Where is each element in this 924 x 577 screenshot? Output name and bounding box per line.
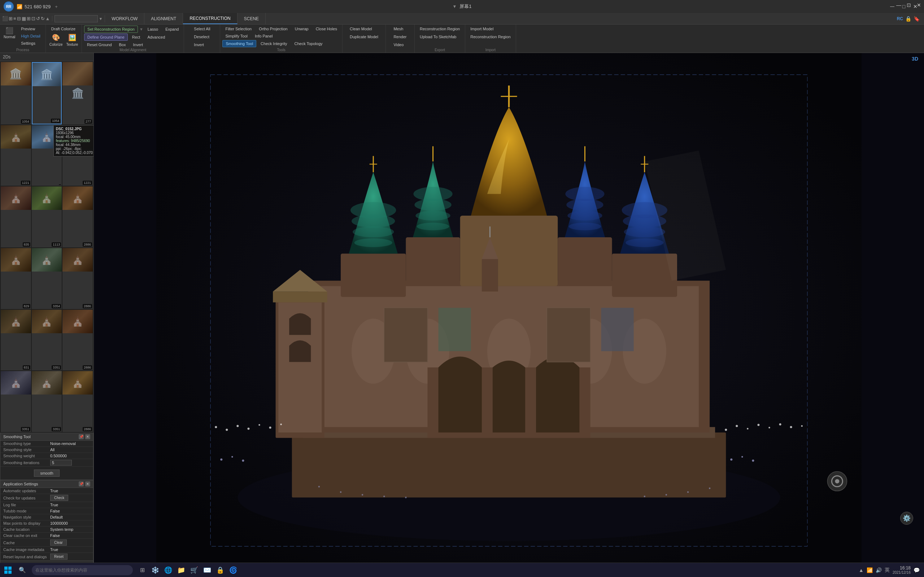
list-item[interactable]: ⛪ 2886 <box>63 248 93 309</box>
tab-workflow[interactable]: WORKFLOW <box>105 13 144 24</box>
define-ground-button[interactable]: Define Ground Plane <box>84 34 128 41</box>
duplicate-model-button[interactable]: Duplicate Model <box>347 34 381 40</box>
texture-button[interactable]: Texture <box>65 42 79 47</box>
list-item[interactable]: ⛪ 3351 <box>32 371 62 432</box>
rect-button[interactable]: Rect <box>129 34 143 40</box>
taskbar-icon-apps7[interactable]: 🌀 <box>228 564 239 576</box>
maximize-button[interactable]: ⊡ <box>904 0 914 10</box>
taskbar-icon-apps6[interactable]: 🔒 <box>215 564 226 576</box>
list-item[interactable]: ⛪ 831 <box>1 310 31 371</box>
unwrap-button[interactable]: Unwrap <box>292 26 312 32</box>
toolbar-icon-1[interactable]: ⬛ <box>2 16 8 21</box>
check-topology-button[interactable]: Check Topology <box>291 40 325 47</box>
toolbar-search-arrow[interactable]: ▼ <box>99 16 102 21</box>
list-item[interactable]: ⛪ 829 <box>1 248 31 309</box>
list-item[interactable]: ⛪ 2886 <box>63 310 93 371</box>
list-item[interactable]: ⛪ 2886 <box>63 187 93 247</box>
taskbar-search-input[interactable] <box>32 565 133 575</box>
high-detail-button[interactable]: High Detail <box>18 33 43 39</box>
smooth-button[interactable]: smooth <box>34 469 59 477</box>
colorize-button[interactable]: Colorize <box>48 42 64 47</box>
list-item[interactable]: ⛪ DSC_0152.JPG 1936x1296 focal: 45.00mm … <box>32 125 62 186</box>
render-button[interactable]: Render <box>391 34 409 40</box>
clear-button[interactable]: Clear <box>50 540 67 546</box>
network-icon[interactable]: 📶 <box>867 567 873 573</box>
list-item[interactable]: ⛪ 2886 <box>63 371 93 432</box>
toolbar-icon-2[interactable]: ⊞ <box>9 16 13 21</box>
dropdown-arrow-recon[interactable]: ▼ <box>139 27 143 31</box>
toolbar-icon-7[interactable]: ⊡ <box>31 16 36 21</box>
filter-selection-button[interactable]: Filter Selection <box>222 26 254 32</box>
input-method-icon[interactable]: 英 <box>885 567 890 574</box>
expand-button[interactable]: Expand <box>162 26 181 32</box>
tab-alignment[interactable]: ALIGNMENT <box>144 13 183 24</box>
lasso-button[interactable]: Lasso <box>145 26 161 32</box>
upload-sketchfab-button[interactable]: Upload To Sketchfab <box>417 34 459 40</box>
deselect-button[interactable]: Deselect <box>191 34 212 40</box>
toolbar-icon-6[interactable]: ⊞ <box>27 16 31 21</box>
reconstruction-region-export-button[interactable]: Reconstruction Region <box>417 26 463 32</box>
app-settings-close-button[interactable]: ✕ <box>85 482 90 487</box>
draft-colorize-button[interactable]: Draft Colorize <box>48 26 78 32</box>
lock-icon[interactable]: 🔒 <box>905 16 911 22</box>
search-taskbar-icon[interactable]: 🔍 <box>16 564 28 576</box>
box-button[interactable]: Box <box>116 42 129 48</box>
tray-show-hidden-icon[interactable]: ▲ <box>859 567 864 573</box>
settings-button[interactable]: Settings <box>18 40 38 47</box>
3d-viewport[interactable]: 3D <box>94 53 924 568</box>
toolbar-icon-8[interactable]: ↺ <box>36 16 40 21</box>
toolbar-search-input[interactable] <box>55 15 98 23</box>
simplify-tool-button[interactable]: Simplify Tool <box>222 33 250 39</box>
bookmark-icon[interactable]: 🔖 <box>914 16 920 22</box>
tab-scene[interactable]: SCENE <box>237 13 266 24</box>
advanced-button[interactable]: Advanced <box>144 34 168 40</box>
taskbar-icon-apps3[interactable]: 📁 <box>175 564 187 576</box>
reset-button[interactable]: Reset <box>50 554 68 560</box>
list-item[interactable]: ⛪ 835 <box>1 187 31 247</box>
set-reconstruction-button[interactable]: Set Reconstruction Region <box>84 26 138 33</box>
panel-pin-button[interactable]: 📌 <box>79 434 84 439</box>
list-item[interactable]: ⛪ 1221 <box>63 125 93 186</box>
toolbar-icon-9[interactable]: ↻ <box>41 16 45 21</box>
ortho-projection-button[interactable]: Ortho Projection <box>256 26 290 32</box>
taskbar-icon-apps4[interactable]: 🛒 <box>188 564 200 576</box>
mesh-button[interactable]: Mesh <box>391 26 406 32</box>
normal-button[interactable]: ⬛ Normal <box>2 26 16 40</box>
list-item[interactable]: ⛪ 3351 <box>32 310 62 371</box>
list-item[interactable]: ⛪ 3354 <box>32 248 62 309</box>
clean-model-button[interactable]: Clean Model <box>347 26 375 32</box>
smoothing-iterations-input[interactable] <box>50 460 72 466</box>
select-all-button[interactable]: Select All <box>191 26 213 32</box>
info-panel-button[interactable]: Info Panel <box>252 33 276 39</box>
close-holes-button[interactable]: Close Holes <box>313 26 340 32</box>
toolbar-icon-4[interactable]: ⊟ <box>17 16 21 21</box>
taskbar-icon-apps5[interactable]: ✉️ <box>201 564 213 576</box>
check-updates-button[interactable]: Check <box>50 495 68 501</box>
reconstruction-region-import-button[interactable]: Reconstruction Region <box>467 34 513 40</box>
toolbar-icon-5[interactable]: ▦ <box>22 16 26 21</box>
preview-button[interactable]: Preview <box>18 26 38 32</box>
check-integrity-button[interactable]: Check Integrity <box>258 40 290 47</box>
toolbar-icon-3[interactable]: ≡ <box>13 16 16 21</box>
list-item[interactable]: ⛪ 1113 <box>32 187 62 247</box>
list-item[interactable]: ⛪ 1221 <box>1 125 31 186</box>
list-item[interactable]: 🏛️ 1054 <box>32 62 62 124</box>
video-button[interactable]: Video <box>391 42 406 48</box>
taskbar-icon-apps1[interactable]: ❄️ <box>149 564 161 576</box>
start-button[interactable] <box>0 563 16 577</box>
taskbar-icon-apps2[interactable]: 🌐 <box>162 564 174 576</box>
minimize-button[interactable]: — <box>894 0 904 10</box>
task-view-icon[interactable]: ⊞ <box>136 564 148 576</box>
new-tab-button[interactable]: + <box>55 4 58 10</box>
notification-icon[interactable]: 💬 <box>914 567 920 573</box>
toolbar-icon-10[interactable]: ▲ <box>45 16 50 21</box>
app-settings-pin-button[interactable]: 📌 <box>79 482 84 487</box>
smoothing-tool-button[interactable]: Smoothing Tool <box>222 40 256 47</box>
list-item[interactable]: 🏛️ 277 <box>63 62 93 124</box>
panel-close-x-button[interactable]: ✕ <box>85 434 90 439</box>
invert-button[interactable]: Invert <box>130 42 146 48</box>
invert-sel-button[interactable]: Invert <box>191 42 207 48</box>
import-model-button[interactable]: Import Model <box>467 26 496 32</box>
volume-icon[interactable]: 🔊 <box>876 567 882 573</box>
dropdown-icon[interactable]: ▼ <box>452 4 457 9</box>
